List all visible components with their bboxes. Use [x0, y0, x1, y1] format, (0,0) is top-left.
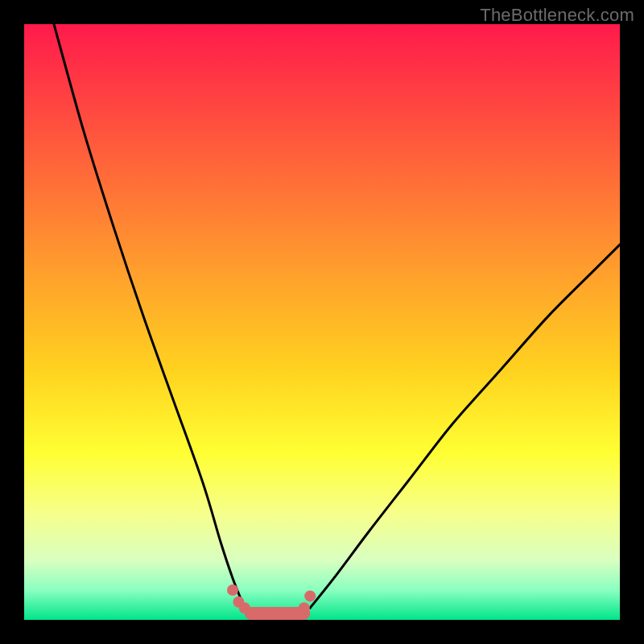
- shoulder-marker: [227, 584, 238, 596]
- chart-curves: [24, 24, 620, 620]
- plot-area: [24, 24, 620, 620]
- shoulder-marker: [245, 609, 256, 620]
- shoulder-marker: [299, 602, 310, 613]
- left-curve: [54, 24, 245, 608]
- watermark-text: TheBottleneck.com: [480, 5, 634, 26]
- right-curve: [310, 245, 620, 608]
- chart-frame: TheBottleneck.com: [0, 0, 644, 644]
- shoulder-marker: [304, 590, 316, 601]
